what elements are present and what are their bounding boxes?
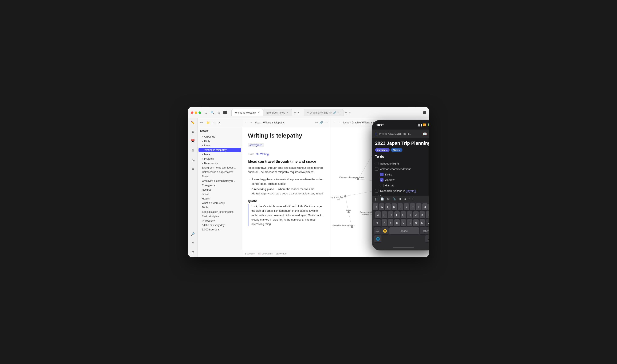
graph-view-icon[interactable]: ◉ <box>191 129 195 135</box>
bookmarks-icon[interactable]: ≡ <box>191 166 195 171</box>
key-x[interactable]: X <box>388 219 394 226</box>
back-button[interactable]: ← <box>244 121 247 124</box>
sidebar-item-clippings[interactable]: ▶ Clippings <box>198 135 241 139</box>
key-c[interactable]: C <box>394 219 400 226</box>
new-folder-icon[interactable]: 📁 <box>206 120 210 125</box>
breadcrumb-parent[interactable]: Ideas <box>255 121 261 124</box>
tab-evergreen-notes[interactable]: Evergreen notes ✕ <box>263 109 292 116</box>
kb-bracket-icon[interactable]: [ ] <box>374 197 379 201</box>
key-n[interactable]: N <box>413 219 419 226</box>
new-tab-button[interactable]: + <box>292 110 297 115</box>
sidebar-item-meta[interactable]: ▶ Meta <box>198 152 241 156</box>
key-y[interactable]: Y <box>404 203 409 210</box>
compose-icon[interactable]: ✏️ <box>190 120 196 125</box>
key-j[interactable]: J <box>413 211 419 219</box>
node-chasm[interactable] <box>347 211 350 213</box>
sidebar-item-tools[interactable]: Tools <box>198 205 241 210</box>
key-e[interactable]: E <box>385 203 391 210</box>
tab-graph[interactable]: ◈ Graph of Writing is t 🔗 ✕ <box>304 109 343 116</box>
note-tag[interactable]: #evergreen <box>248 143 264 147</box>
key-s[interactable]: S <box>382 211 387 219</box>
sidebar-item-1000-fans[interactable]: 1,000 true fans <box>198 228 241 232</box>
maximize-button[interactable] <box>198 111 201 114</box>
mobile-checkbox-andrew[interactable]: ✓ <box>380 178 383 182</box>
sidebar-item-books[interactable]: Books <box>198 192 241 196</box>
sidebar-item-creativity[interactable]: Creativity is combinatory u... <box>198 179 241 183</box>
key-b[interactable]: B <box>407 219 412 226</box>
key-k[interactable]: K <box>420 211 425 219</box>
key-return[interactable]: return <box>420 227 429 234</box>
on-writing-link[interactable]: On Writing <box>256 153 269 156</box>
key-globe[interactable]: 🌐 <box>374 235 381 242</box>
sidebar-right-toggle[interactable]: ⬛ <box>423 111 426 114</box>
new-graph-tab-button[interactable]: + <box>343 110 349 115</box>
sidebar-item-daily[interactable]: ▶ Daily <box>198 139 241 143</box>
star-icon[interactable]: ☆ <box>217 111 220 115</box>
kb-bold-icon[interactable]: B <box>403 197 407 201</box>
sidebar-item-writing-telepathy[interactable]: Writing is telepathy <box>198 148 241 152</box>
kyoto-link[interactable]: [[Kyoto]] <box>406 189 416 193</box>
key-i[interactable]: I <box>416 203 421 210</box>
folder-icon[interactable]: 🗂 <box>204 111 208 115</box>
sidebar-item-calmness[interactable]: Calmness is a superpower <box>198 170 241 174</box>
mobile-book-icon[interactable]: 📖 <box>423 132 427 136</box>
key-num[interactable]: 123 <box>374 227 381 234</box>
graph-back-button[interactable]: ← <box>333 121 336 124</box>
mobile-checkbox-keiko[interactable]: ✓ <box>380 173 383 176</box>
minimize-button[interactable] <box>195 111 197 114</box>
graph-breadcrumb-parent[interactable]: Ideas <box>343 121 349 124</box>
key-f[interactable]: F <box>394 211 400 219</box>
key-d[interactable]: D <box>388 211 394 219</box>
mobile-tag-travel[interactable]: #travel <box>391 148 403 152</box>
tab-close-button[interactable]: ✕ <box>257 111 260 114</box>
key-p[interactable]: P <box>428 203 429 210</box>
sidebar-item-recipes[interactable]: Recipes <box>198 188 241 192</box>
kb-italic-icon[interactable]: I <box>408 197 411 201</box>
key-delete[interactable]: ⌫ <box>426 219 429 226</box>
sidebar-item-ideas[interactable]: ▶ Ideas <box>198 143 241 148</box>
tab-writing-telepathy[interactable]: Writing is telepathy ✕ <box>231 109 263 116</box>
kb-heading-icon[interactable]: H <box>398 197 402 201</box>
key-h[interactable]: H <box>407 211 412 219</box>
sidebar-item-philosophy[interactable]: Philosophy <box>198 219 241 223</box>
sidebar-toggle-icon[interactable]: ⬛ <box>223 111 227 115</box>
sidebar-item-health[interactable]: Health <box>198 196 241 201</box>
mobile-tag-projects[interactable]: #projects <box>375 148 390 152</box>
new-note-icon[interactable]: ✏ <box>200 120 204 125</box>
sidebar-item-travel[interactable]: Travel <box>198 174 241 179</box>
terminal-icon[interactable]: ⌥ <box>190 157 196 162</box>
key-mic[interactable]: 🎤 <box>425 235 429 242</box>
kb-tag-icon[interactable]: 🏷 <box>386 197 391 201</box>
tab-chevron[interactable]: ▾ <box>297 110 300 115</box>
link-icon[interactable]: 🔗 <box>319 121 323 124</box>
mobile-checkbox-flights[interactable] <box>375 162 379 165</box>
settings-icon[interactable]: ⚙ <box>191 250 195 255</box>
help-icon[interactable]: ? <box>191 241 195 246</box>
key-shift[interactable]: ⇧ <box>373 219 381 226</box>
key-o[interactable]: O <box>422 203 428 210</box>
backlinks-count[interactable]: 1 backlink <box>245 252 255 255</box>
sidebar-item-first-principles[interactable]: First principles <box>198 214 241 219</box>
key-m[interactable]: M <box>420 219 425 226</box>
kb-strikethrough-icon[interactable]: S <box>411 197 415 201</box>
tab-close-button[interactable]: ✕ <box>286 111 289 114</box>
more-icon[interactable]: ⋯ <box>325 121 328 124</box>
key-l[interactable]: L <box>426 211 429 219</box>
mobile-checkbox-ryokans[interactable] <box>375 189 379 193</box>
key-z[interactable]: Z <box>382 219 387 226</box>
key-r[interactable]: R <box>392 203 397 210</box>
kb-attach-icon[interactable]: 📎 <box>392 197 397 201</box>
sidebar-item-little-bit[interactable]: A little bit every day <box>198 223 241 227</box>
key-g[interactable]: G <box>401 211 406 219</box>
search-icon[interactable]: 🔍 <box>210 111 214 115</box>
search-bottom-icon[interactable]: 🔎 <box>190 231 196 237</box>
mobile-checkbox-recommend[interactable] <box>375 167 379 171</box>
link-icon[interactable]: 🔗 <box>333 111 336 114</box>
calendar-icon[interactable]: 📅 <box>190 138 196 144</box>
forward-button[interactable]: → <box>249 121 252 124</box>
graph-tab-chevron[interactable]: ▾ <box>349 110 352 115</box>
sidebar-item-what-if[interactable]: What if it were easy <box>198 201 241 205</box>
sort-icon[interactable]: ↕ <box>213 120 215 125</box>
tab-close-button[interactable]: ✕ <box>337 111 340 114</box>
key-a[interactable]: A <box>375 211 381 219</box>
